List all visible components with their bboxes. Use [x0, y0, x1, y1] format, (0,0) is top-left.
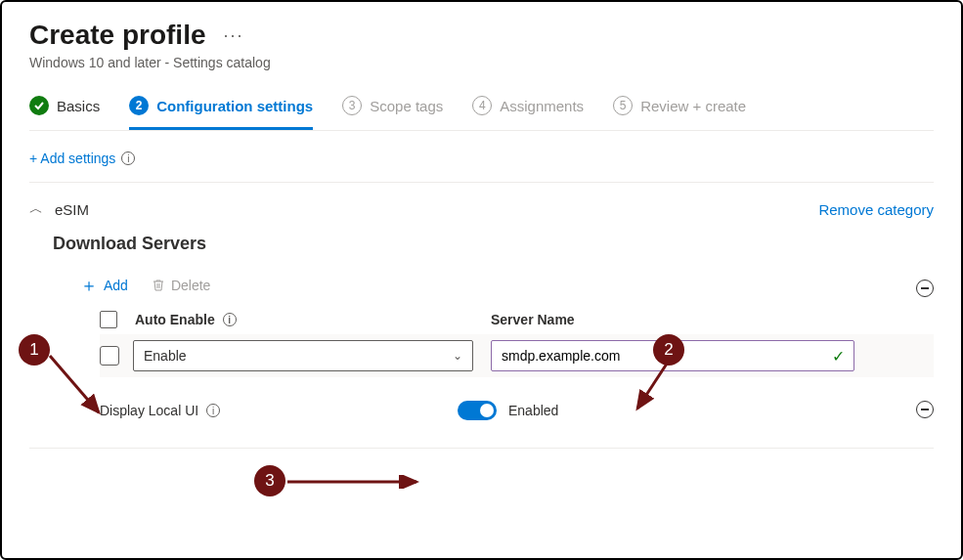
dropdown-value: Enable	[144, 348, 187, 364]
step-configuration-settings[interactable]: 2 Configuration settings	[129, 96, 313, 130]
step-review-create[interactable]: 5 Review + create	[613, 96, 746, 130]
info-icon[interactable]: i	[223, 313, 237, 326]
display-local-ui-toggle[interactable]	[458, 401, 497, 420]
more-actions-icon[interactable]: ···	[224, 25, 244, 46]
step-number-badge: 5	[613, 96, 633, 115]
divider	[29, 448, 934, 449]
step-label: Scope tags	[370, 98, 443, 114]
annotation-1: 1	[19, 334, 50, 366]
step-label: Review + create	[640, 98, 746, 114]
info-icon[interactable]: i	[121, 151, 135, 165]
auto-enable-dropdown[interactable]: Enable ⌄	[133, 340, 473, 371]
step-number-badge: 3	[342, 96, 362, 115]
divider	[29, 182, 934, 183]
chevron-up-icon: ︿	[29, 200, 43, 218]
remove-category-link[interactable]: Remove category	[818, 201, 934, 218]
display-local-ui-label: Display Local UI	[100, 403, 198, 418]
checkmark-icon: ✓	[832, 347, 845, 366]
step-label: Assignments	[500, 98, 584, 114]
annotation-3: 3	[254, 465, 285, 496]
plus-icon: ＋	[80, 274, 98, 297]
toggle-knob	[480, 404, 494, 417]
check-icon	[29, 96, 49, 115]
step-scope-tags[interactable]: 3 Scope tags	[342, 96, 443, 130]
add-settings-link[interactable]: + Add settings	[29, 151, 115, 166]
step-label: Configuration settings	[156, 98, 313, 114]
page-subtitle: Windows 10 and later - Settings catalog	[29, 55, 934, 70]
table-row: Enable ⌄ ✓	[100, 334, 934, 377]
category-name: eSIM	[55, 201, 89, 218]
chevron-down-icon: ⌄	[453, 349, 462, 363]
annotation-2: 2	[653, 334, 684, 366]
step-label: Basics	[57, 98, 100, 114]
step-basics[interactable]: Basics	[29, 96, 100, 130]
delete-label: Delete	[171, 278, 210, 293]
collapse-setting-button[interactable]	[916, 401, 934, 418]
delete-row-button: Delete	[152, 278, 210, 293]
column-auto-enable: Auto Enable i	[100, 311, 491, 328]
category-toggle[interactable]: ︿ eSIM	[29, 200, 89, 218]
step-assignments[interactable]: 4 Assignments	[472, 96, 584, 130]
toggle-state-label: Enabled	[508, 403, 558, 418]
add-label: Add	[104, 278, 128, 293]
column-server-name: Server Name	[491, 311, 862, 328]
trash-icon	[152, 279, 165, 292]
section-title: Download Servers	[53, 234, 934, 254]
page-title: Create profile	[29, 20, 206, 51]
wizard-steps: Basics 2 Configuration settings 3 Scope …	[29, 96, 934, 131]
collapse-section-button[interactable]	[916, 280, 934, 297]
step-number-badge: 4	[472, 96, 492, 115]
info-icon[interactable]: i	[206, 404, 220, 417]
add-row-button[interactable]: ＋ Add	[80, 274, 128, 297]
step-number-badge: 2	[129, 96, 149, 115]
svg-line-0	[50, 356, 99, 412]
select-all-checkbox[interactable]	[100, 311, 117, 328]
